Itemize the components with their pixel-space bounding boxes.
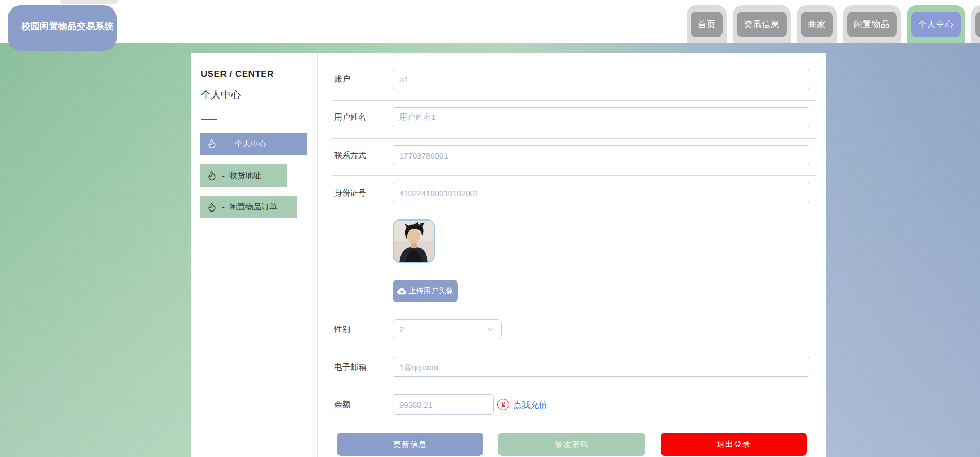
account-label: 账户	[334, 69, 390, 89]
gender-select[interactable]: 2	[393, 319, 502, 339]
id-number-input[interactable]	[393, 183, 809, 203]
chevron-down-icon	[487, 326, 495, 333]
avatar-portrait	[394, 221, 434, 262]
user-avatar	[393, 219, 435, 263]
id-number-label: 身份证号	[334, 183, 390, 203]
sidebar-item-shipping-address[interactable]: - 收货地址	[200, 164, 287, 187]
sidebar-item-label: 收货地址	[229, 171, 261, 181]
flame-icon	[207, 138, 217, 149]
nav-tabs: 首页 资讯信息 商家 闲置物品 个人中心 购物车	[687, 5, 980, 43]
row-separator	[332, 424, 816, 424]
logout-button[interactable]: 退出登录	[661, 433, 807, 456]
yen-icon: ¥	[497, 399, 509, 410]
sidebar-title: 个人中心	[201, 88, 241, 102]
nav-tab-idle-goods-label[interactable]: 闲置物品	[847, 12, 897, 37]
sidebar: USER / CENTER 个人中心 — 个人中心 - 收货地址 - 闲置物品订…	[191, 53, 318, 457]
sidebar-item-label: 个人中心	[235, 139, 266, 149]
nav-tab-user-center-label[interactable]: 个人中心	[911, 12, 961, 37]
sidebar-item-dash: —	[222, 139, 230, 148]
phone-input[interactable]	[393, 145, 809, 165]
phone-label: 联系方式	[334, 145, 390, 165]
row-separator	[332, 100, 816, 101]
username-label: 用户姓名	[334, 107, 390, 127]
nav-tab-news[interactable]: 资讯信息	[733, 5, 791, 43]
row-separator	[332, 310, 816, 310]
breadcrumb: USER / CENTER	[201, 69, 274, 80]
change-password-button[interactable]: 修改密码	[498, 433, 645, 456]
nav-tab-news-label[interactable]: 资讯信息	[737, 12, 787, 37]
browser-tab-remnant	[60, 0, 118, 4]
site-logo[interactable]: 校园闲置物品交易系统	[8, 5, 117, 51]
row-separator	[332, 347, 816, 347]
gender-label: 性别	[334, 319, 390, 339]
sidebar-item-dash: -	[222, 171, 225, 180]
sidebar-item-idle-goods-orders[interactable]: - 闲置物品订单	[200, 196, 297, 218]
nav-tab-home-label[interactable]: 首页	[691, 12, 723, 37]
nav-tab-user-center[interactable]: 个人中心	[907, 5, 965, 43]
content-card: USER / CENTER 个人中心 — 个人中心 - 收货地址 - 闲置物品订…	[191, 53, 826, 457]
flame-icon	[207, 170, 217, 181]
row-separator	[332, 214, 816, 214]
upload-avatar-label: 上传用户头像	[409, 286, 453, 296]
nav-tab-home[interactable]: 首页	[687, 5, 727, 43]
sidebar-item-label: 闲置物品订单	[229, 202, 277, 212]
update-info-button[interactable]: 更新信息	[337, 433, 483, 456]
email-label: 电子邮箱	[334, 357, 390, 377]
nav-tab-idle-goods[interactable]: 闲置物品	[843, 5, 901, 43]
email-input[interactable]	[393, 357, 809, 377]
sidebar-divider	[201, 119, 217, 120]
nav-tab-merchants[interactable]: 商家	[797, 5, 837, 43]
nav-tab-cart-label[interactable]: 购物车	[975, 12, 980, 37]
cloud-upload-icon	[397, 287, 406, 296]
sidebar-item-dash: -	[222, 203, 225, 212]
row-separator	[332, 385, 816, 385]
nav-tab-merchants-label[interactable]: 商家	[801, 12, 833, 37]
balance-label: 余额	[334, 394, 390, 415]
row-separator	[332, 269, 816, 269]
sidebar-item-user-center[interactable]: — 个人中心	[200, 133, 307, 155]
nav-tab-cart[interactable]: 购物车	[971, 5, 980, 43]
gender-select-value: 2	[399, 325, 404, 334]
account-input[interactable]	[393, 69, 809, 89]
username-input[interactable]	[393, 107, 809, 127]
balance-input[interactable]	[393, 394, 494, 415]
row-separator	[332, 138, 816, 139]
upload-avatar-button[interactable]: 上传用户头像	[393, 280, 458, 302]
flame-icon	[207, 201, 217, 212]
row-separator	[332, 175, 816, 176]
recharge-link[interactable]: 点我充值	[513, 399, 547, 411]
